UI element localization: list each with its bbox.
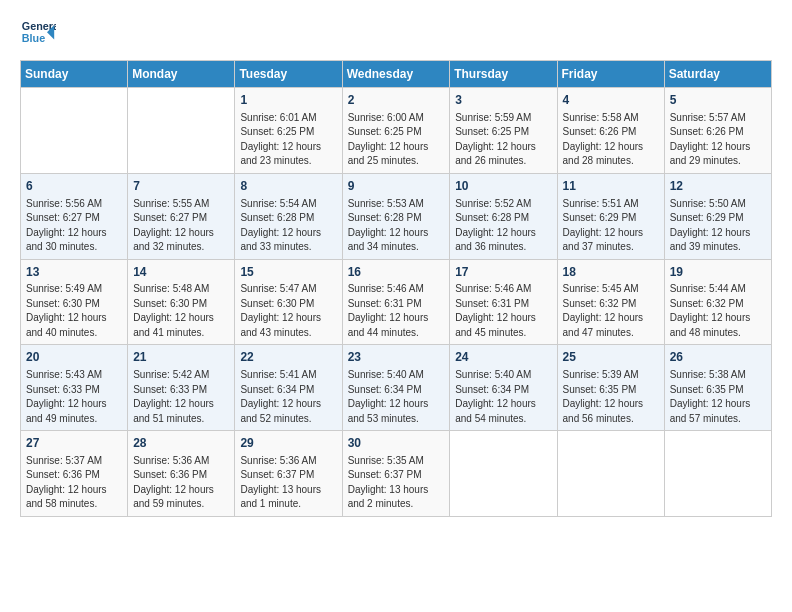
day-number: 7 [133,178,229,195]
page: General Blue SundayMondayTuesdayWednesda… [0,0,792,612]
calendar-cell: 11Sunrise: 5:51 AMSunset: 6:29 PMDayligh… [557,173,664,259]
calendar-cell: 9Sunrise: 5:53 AMSunset: 6:28 PMDaylight… [342,173,450,259]
cell-content: Sunrise: 5:41 AMSunset: 6:34 PMDaylight:… [240,368,336,426]
calendar-cell: 8Sunrise: 5:54 AMSunset: 6:28 PMDaylight… [235,173,342,259]
day-number: 16 [348,264,445,281]
calendar-header-wednesday: Wednesday [342,61,450,88]
day-number: 10 [455,178,551,195]
cell-content: Sunrise: 5:59 AMSunset: 6:25 PMDaylight:… [455,111,551,169]
calendar-cell: 16Sunrise: 5:46 AMSunset: 6:31 PMDayligh… [342,259,450,345]
day-number: 6 [26,178,122,195]
calendar-header-tuesday: Tuesday [235,61,342,88]
calendar-header-row: SundayMondayTuesdayWednesdayThursdayFrid… [21,61,772,88]
calendar-cell: 27Sunrise: 5:37 AMSunset: 6:36 PMDayligh… [21,431,128,517]
cell-content: Sunrise: 5:35 AMSunset: 6:37 PMDaylight:… [348,454,445,512]
day-number: 15 [240,264,336,281]
day-number: 17 [455,264,551,281]
calendar-cell: 3Sunrise: 5:59 AMSunset: 6:25 PMDaylight… [450,88,557,174]
calendar-cell [450,431,557,517]
day-number: 28 [133,435,229,452]
cell-content: Sunrise: 5:36 AMSunset: 6:36 PMDaylight:… [133,454,229,512]
calendar-cell: 15Sunrise: 5:47 AMSunset: 6:30 PMDayligh… [235,259,342,345]
calendar-header-thursday: Thursday [450,61,557,88]
cell-content: Sunrise: 6:01 AMSunset: 6:25 PMDaylight:… [240,111,336,169]
day-number: 2 [348,92,445,109]
calendar-cell [557,431,664,517]
day-number: 20 [26,349,122,366]
day-number: 24 [455,349,551,366]
calendar-week-3: 13Sunrise: 5:49 AMSunset: 6:30 PMDayligh… [21,259,772,345]
cell-content: Sunrise: 5:39 AMSunset: 6:35 PMDaylight:… [563,368,659,426]
cell-content: Sunrise: 5:51 AMSunset: 6:29 PMDaylight:… [563,197,659,255]
cell-content: Sunrise: 6:00 AMSunset: 6:25 PMDaylight:… [348,111,445,169]
calendar-cell: 23Sunrise: 5:40 AMSunset: 6:34 PMDayligh… [342,345,450,431]
calendar-week-2: 6Sunrise: 5:56 AMSunset: 6:27 PMDaylight… [21,173,772,259]
calendar-week-1: 1Sunrise: 6:01 AMSunset: 6:25 PMDaylight… [21,88,772,174]
calendar-cell: 7Sunrise: 5:55 AMSunset: 6:27 PMDaylight… [128,173,235,259]
cell-content: Sunrise: 5:52 AMSunset: 6:28 PMDaylight:… [455,197,551,255]
day-number: 3 [455,92,551,109]
day-number: 12 [670,178,766,195]
cell-content: Sunrise: 5:53 AMSunset: 6:28 PMDaylight:… [348,197,445,255]
day-number: 9 [348,178,445,195]
calendar-week-4: 20Sunrise: 5:43 AMSunset: 6:33 PMDayligh… [21,345,772,431]
calendar-cell: 22Sunrise: 5:41 AMSunset: 6:34 PMDayligh… [235,345,342,431]
day-number: 19 [670,264,766,281]
calendar-cell [21,88,128,174]
cell-content: Sunrise: 5:40 AMSunset: 6:34 PMDaylight:… [348,368,445,426]
day-number: 5 [670,92,766,109]
cell-content: Sunrise: 5:50 AMSunset: 6:29 PMDaylight:… [670,197,766,255]
cell-content: Sunrise: 5:43 AMSunset: 6:33 PMDaylight:… [26,368,122,426]
day-number: 30 [348,435,445,452]
cell-content: Sunrise: 5:48 AMSunset: 6:30 PMDaylight:… [133,282,229,340]
calendar-cell: 29Sunrise: 5:36 AMSunset: 6:37 PMDayligh… [235,431,342,517]
day-number: 26 [670,349,766,366]
cell-content: Sunrise: 5:36 AMSunset: 6:37 PMDaylight:… [240,454,336,512]
calendar-cell: 13Sunrise: 5:49 AMSunset: 6:30 PMDayligh… [21,259,128,345]
cell-content: Sunrise: 5:57 AMSunset: 6:26 PMDaylight:… [670,111,766,169]
cell-content: Sunrise: 5:46 AMSunset: 6:31 PMDaylight:… [348,282,445,340]
cell-content: Sunrise: 5:45 AMSunset: 6:32 PMDaylight:… [563,282,659,340]
day-number: 13 [26,264,122,281]
cell-content: Sunrise: 5:47 AMSunset: 6:30 PMDaylight:… [240,282,336,340]
cell-content: Sunrise: 5:49 AMSunset: 6:30 PMDaylight:… [26,282,122,340]
cell-content: Sunrise: 5:44 AMSunset: 6:32 PMDaylight:… [670,282,766,340]
calendar-cell: 5Sunrise: 5:57 AMSunset: 6:26 PMDaylight… [664,88,771,174]
cell-content: Sunrise: 5:37 AMSunset: 6:36 PMDaylight:… [26,454,122,512]
calendar-cell: 19Sunrise: 5:44 AMSunset: 6:32 PMDayligh… [664,259,771,345]
day-number: 14 [133,264,229,281]
calendar-header-monday: Monday [128,61,235,88]
day-number: 21 [133,349,229,366]
calendar-cell: 18Sunrise: 5:45 AMSunset: 6:32 PMDayligh… [557,259,664,345]
calendar-cell: 12Sunrise: 5:50 AMSunset: 6:29 PMDayligh… [664,173,771,259]
calendar-cell [128,88,235,174]
logo-icon: General Blue [20,16,56,52]
calendar-header-sunday: Sunday [21,61,128,88]
day-number: 23 [348,349,445,366]
calendar-cell: 2Sunrise: 6:00 AMSunset: 6:25 PMDaylight… [342,88,450,174]
day-number: 25 [563,349,659,366]
day-number: 4 [563,92,659,109]
calendar-cell: 26Sunrise: 5:38 AMSunset: 6:35 PMDayligh… [664,345,771,431]
calendar-header-saturday: Saturday [664,61,771,88]
calendar-cell: 28Sunrise: 5:36 AMSunset: 6:36 PMDayligh… [128,431,235,517]
calendar-table: SundayMondayTuesdayWednesdayThursdayFrid… [20,60,772,517]
day-number: 22 [240,349,336,366]
calendar-cell: 21Sunrise: 5:42 AMSunset: 6:33 PMDayligh… [128,345,235,431]
calendar-cell: 10Sunrise: 5:52 AMSunset: 6:28 PMDayligh… [450,173,557,259]
cell-content: Sunrise: 5:55 AMSunset: 6:27 PMDaylight:… [133,197,229,255]
day-number: 1 [240,92,336,109]
calendar-cell: 1Sunrise: 6:01 AMSunset: 6:25 PMDaylight… [235,88,342,174]
header: General Blue [20,16,772,52]
calendar-cell: 20Sunrise: 5:43 AMSunset: 6:33 PMDayligh… [21,345,128,431]
calendar-cell: 25Sunrise: 5:39 AMSunset: 6:35 PMDayligh… [557,345,664,431]
calendar-cell: 24Sunrise: 5:40 AMSunset: 6:34 PMDayligh… [450,345,557,431]
day-number: 29 [240,435,336,452]
calendar-cell: 30Sunrise: 5:35 AMSunset: 6:37 PMDayligh… [342,431,450,517]
calendar-header-friday: Friday [557,61,664,88]
calendar-cell: 17Sunrise: 5:46 AMSunset: 6:31 PMDayligh… [450,259,557,345]
day-number: 8 [240,178,336,195]
calendar-cell: 4Sunrise: 5:58 AMSunset: 6:26 PMDaylight… [557,88,664,174]
cell-content: Sunrise: 5:40 AMSunset: 6:34 PMDaylight:… [455,368,551,426]
cell-content: Sunrise: 5:54 AMSunset: 6:28 PMDaylight:… [240,197,336,255]
